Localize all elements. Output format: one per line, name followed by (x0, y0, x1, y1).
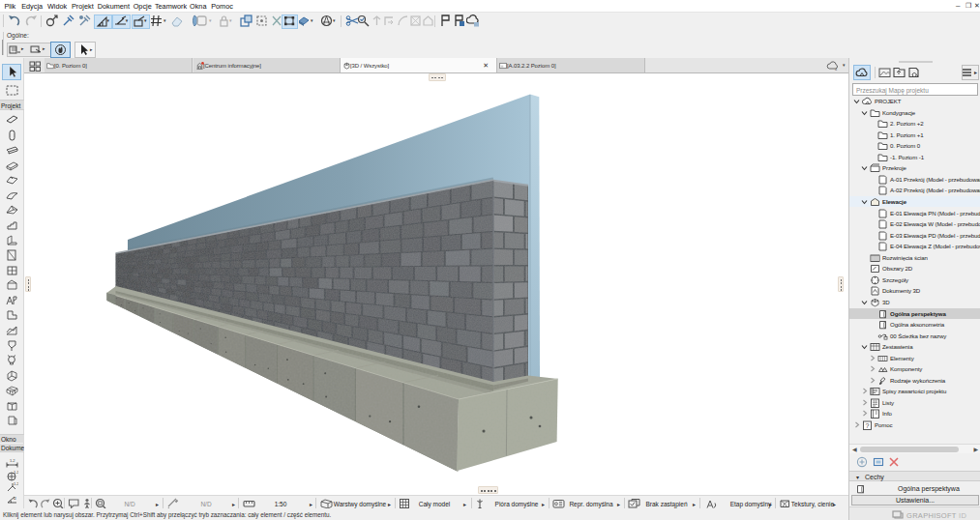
svg-text:1.2: 1.2 (14, 470, 18, 475)
svg-text:1.2: 1.2 (14, 481, 18, 486)
svg-text:α: α (14, 496, 16, 501)
svg-text:1.2: 1.2 (10, 458, 15, 463)
svg-text:?: ? (866, 422, 870, 429)
